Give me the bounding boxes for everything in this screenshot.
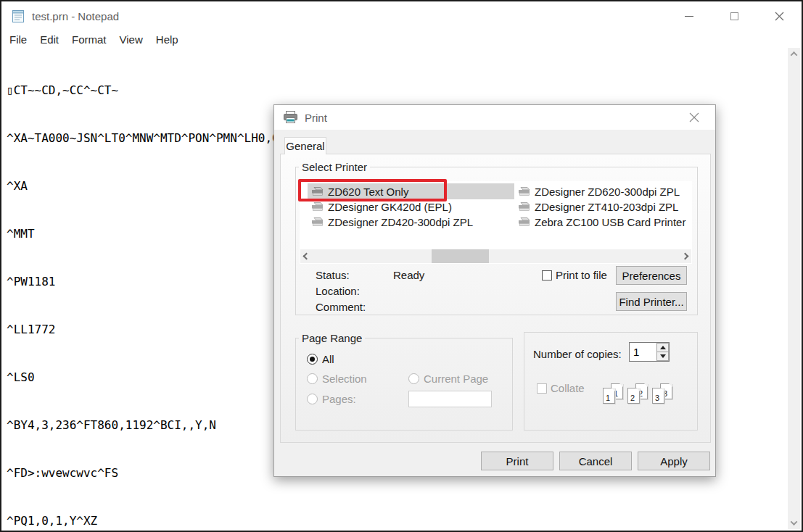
printer-icon — [311, 217, 324, 227]
status-value: Ready — [393, 269, 424, 281]
print-to-file-checkbox[interactable] — [542, 270, 552, 280]
scroll-up-arrow[interactable] — [788, 48, 800, 60]
editor-line: ^PQ1,0,1,Y^XZ — [7, 513, 788, 529]
radio-current-page-label: Current Page — [424, 373, 488, 385]
menu-view[interactable]: View — [113, 32, 149, 47]
radio-all-row[interactable]: All — [307, 353, 334, 365]
radio-selection[interactable] — [307, 373, 318, 384]
printer-item-gk420d[interactable]: ZDesigner GK420d (EPL) — [311, 199, 452, 215]
apply-button[interactable]: Apply — [638, 452, 710, 470]
annotation-highlight — [298, 179, 447, 201]
print-dialog-titlebar: Print — [274, 105, 715, 130]
number-of-copies-label: Number of copies: — [533, 348, 622, 360]
printer-name: ZDesigner ZD620-300dpi ZPL — [535, 186, 680, 198]
comment-label: Comment: — [316, 301, 366, 313]
menu-help[interactable]: Help — [149, 32, 185, 47]
radio-selection-row[interactable]: Selection — [307, 373, 367, 385]
print-button[interactable]: Print — [481, 452, 553, 470]
printer-name: ZDesigner ZT410-203dpi ZPL — [535, 201, 678, 213]
copies-input[interactable] — [630, 343, 656, 361]
menu-format[interactable]: Format — [65, 32, 113, 47]
menu-edit[interactable]: Edit — [33, 32, 65, 47]
location-label: Location: — [316, 285, 360, 297]
radio-current-page[interactable] — [408, 373, 419, 384]
cancel-button[interactable]: Cancel — [559, 452, 632, 470]
select-printer-legend: Select Printer — [299, 161, 370, 173]
print-dialog: Print General Select Printer ZD620 Text … — [273, 104, 716, 477]
printer-icon — [518, 202, 530, 212]
copies-spinner — [629, 342, 670, 362]
printer-name: Zebra ZC100 USB Card Printer — [535, 216, 685, 228]
radio-all-label: All — [322, 353, 334, 365]
editor-vertical-scrollbar[interactable] — [788, 48, 800, 529]
printer-icon — [518, 187, 530, 196]
minimize-button[interactable] — [667, 1, 712, 30]
close-button[interactable] — [757, 1, 802, 30]
collate-pages-icon: 1 1 2 2 3 3 — [603, 381, 683, 415]
collate-label: Collate — [551, 382, 585, 394]
radio-all[interactable] — [307, 354, 318, 365]
close-icon — [775, 12, 784, 21]
scroll-right-arrow[interactable] — [679, 249, 691, 263]
printer-item-zt410[interactable]: ZDesigner ZT410-203dpi ZPL — [518, 199, 678, 215]
printer-name: ZDesigner ZD420-300dpi ZPL — [328, 216, 473, 228]
page-range-legend: Page Range — [299, 332, 365, 344]
printer-item-zd420[interactable]: ZDesigner ZD420-300dpi ZPL — [311, 215, 473, 230]
find-printer-button[interactable]: Find Printer... — [616, 292, 687, 311]
copies-decrement-button[interactable] — [656, 352, 669, 361]
scroll-left-arrow[interactable] — [300, 249, 313, 263]
printer-list-horizontal-scrollbar[interactable] — [300, 249, 691, 263]
collate-checkbox[interactable] — [537, 383, 547, 394]
print-to-file-label: Print to file — [556, 269, 607, 281]
pages-input[interactable] — [408, 391, 492, 407]
up-arrow-icon — [660, 346, 666, 349]
printer-icon — [518, 217, 530, 227]
menu-file[interactable]: File — [3, 32, 33, 47]
status-label: Status: — [316, 269, 350, 281]
radio-current-page-row[interactable]: Current Page — [408, 373, 488, 385]
preferences-button[interactable]: Preferences — [616, 266, 687, 285]
scroll-down-arrow[interactable] — [788, 517, 800, 529]
print-dialog-title: Print — [305, 112, 327, 124]
print-to-file-checkbox-row[interactable]: Print to file — [542, 269, 607, 281]
menu-bar: File Edit Format View Help — [1, 30, 802, 48]
radio-pages[interactable] — [307, 394, 318, 404]
collate-checkbox-row[interactable]: Collate — [537, 382, 585, 394]
radio-pages-row[interactable]: Pages: — [307, 393, 356, 405]
down-arrow-icon — [660, 354, 666, 358]
printer-icon — [283, 111, 298, 124]
printer-item-zd620-300dpi[interactable]: ZDesigner ZD620-300dpi ZPL — [518, 184, 680, 199]
maximize-icon — [730, 12, 738, 20]
notepad-titlebar: test.prn - Notepad — [1, 1, 802, 30]
copies-group: Number of copies: Collate 1 1 — [524, 332, 698, 431]
close-icon — [689, 112, 699, 122]
radio-pages-label: Pages: — [322, 393, 356, 405]
window-title: test.prn - Notepad — [32, 10, 119, 22]
notepad-app-icon — [10, 8, 26, 24]
radio-selection-label: Selection — [322, 373, 367, 385]
notepad-window: test.prn - Notepad File Edit Format View… — [0, 0, 803, 532]
scrollbar-thumb[interactable] — [432, 249, 489, 263]
printer-name: ZDesigner GK420d (EPL) — [328, 201, 452, 213]
editor-line: ▯CT~~CD,~CC^~CT~ — [7, 83, 788, 99]
maximize-button[interactable] — [712, 1, 757, 30]
tab-general[interactable]: General — [284, 137, 326, 154]
printer-icon — [311, 202, 324, 212]
minimize-icon — [685, 16, 693, 17]
dialog-close-button[interactable] — [682, 105, 707, 130]
printer-item-zc100[interactable]: Zebra ZC100 USB Card Printer — [518, 215, 685, 230]
page-range-group: Page Range All Selection Current Page Pa… — [295, 332, 513, 431]
